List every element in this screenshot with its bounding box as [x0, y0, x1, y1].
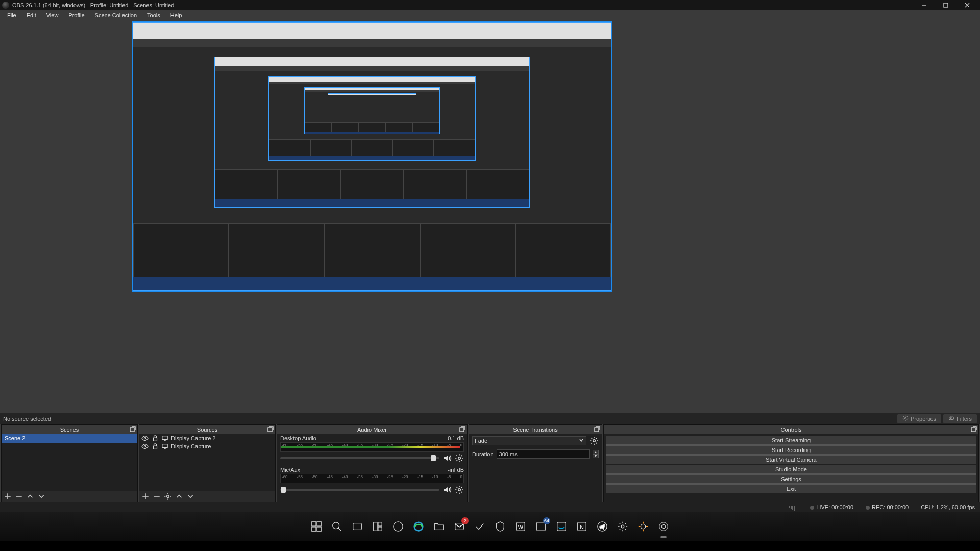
svg-rect-13 [154, 438, 157, 441]
close-button[interactable] [957, 0, 978, 10]
start-button[interactable] [308, 518, 325, 535]
popout-icon[interactable] [971, 426, 977, 432]
menu-edit[interactable]: Edit [21, 11, 41, 19]
menu-file[interactable]: File [2, 11, 21, 19]
volume-slider[interactable] [280, 457, 439, 459]
svg-point-50 [621, 525, 624, 528]
taskbar-app-obs[interactable] [655, 518, 672, 535]
display-icon [162, 435, 168, 441]
menu-tools[interactable]: Tools [142, 11, 165, 19]
menu-scene-collection[interactable]: Scene Collection [90, 11, 142, 19]
svg-rect-36 [353, 523, 362, 530]
taskbar-app-mail[interactable]: 2 [451, 518, 468, 535]
remove-source-button[interactable] [153, 492, 161, 500]
filters-button[interactable]: Filters [943, 414, 977, 423]
svg-point-4 [904, 418, 906, 419]
taskbar-app-widgets[interactable] [370, 518, 386, 535]
cpu-status: CPU: 1.2%, 60.00 fps [921, 504, 975, 510]
svg-rect-38 [378, 522, 382, 526]
transitions-header[interactable]: Scene Transitions [469, 425, 602, 434]
search-button[interactable] [329, 518, 345, 535]
svg-line-35 [338, 528, 341, 531]
popout-icon[interactable] [130, 426, 136, 432]
start-streaming-button[interactable]: Start Streaming [606, 436, 976, 445]
popout-icon[interactable] [267, 426, 274, 432]
svg-rect-27 [595, 428, 599, 432]
scene-down-button[interactable] [37, 492, 45, 500]
workspace: No source selected Properties Filters Sc… [0, 20, 980, 512]
source-up-button[interactable] [175, 492, 183, 500]
scene-up-button[interactable] [26, 492, 34, 500]
start-recording-button[interactable]: Start Recording [606, 445, 976, 455]
source-toolbar: No source selected Properties Filters [0, 413, 980, 424]
svg-rect-11 [268, 428, 272, 432]
taskbar-app-settings[interactable] [615, 518, 631, 535]
channel-name: Desktop Audio [280, 435, 316, 441]
studio-mode-button[interactable]: Studio Mode [606, 465, 976, 474]
svg-rect-7 [130, 428, 134, 432]
menu-help[interactable]: Help [165, 11, 187, 19]
channel-name: Mic/Aux [280, 467, 300, 473]
visibility-toggle[interactable] [141, 435, 149, 442]
taskview-button[interactable] [349, 518, 365, 535]
taskbar-app-word[interactable]: W [512, 518, 529, 535]
menu-view[interactable]: View [41, 11, 64, 19]
taskbar-app-commander[interactable]: 64 [533, 518, 549, 535]
remove-scene-button[interactable] [15, 492, 23, 500]
duration-spinner[interactable]: ▲▼ [593, 450, 599, 458]
preview-area[interactable] [0, 20, 980, 413]
transition-settings-button[interactable] [590, 436, 599, 445]
taskbar-app-brave[interactable] [492, 518, 508, 535]
channel-settings-button[interactable] [455, 485, 464, 494]
taskbar-app-onenote[interactable]: N [574, 518, 590, 535]
taskbar-app-amazon-music[interactable] [553, 518, 570, 535]
chevron-down-icon [579, 438, 584, 444]
visibility-toggle[interactable] [141, 443, 149, 450]
channel-settings-button[interactable] [455, 454, 464, 463]
taskbar-app-explorer[interactable] [431, 518, 447, 535]
source-settings-button[interactable] [164, 492, 172, 500]
svg-rect-14 [162, 436, 167, 440]
popout-icon[interactable] [459, 426, 465, 432]
mute-button[interactable] [443, 454, 452, 463]
add-source-button[interactable] [141, 492, 150, 500]
add-scene-button[interactable] [4, 492, 12, 500]
scenes-header[interactable]: Scenes [2, 425, 137, 434]
taskbar-app-todo[interactable] [472, 518, 488, 535]
scene-item[interactable]: Scene 2 [2, 434, 137, 443]
transition-select[interactable]: Fade [472, 436, 586, 445]
duration-input[interactable] [497, 449, 590, 459]
taskbar-app-telegram[interactable] [594, 518, 610, 535]
taskbar-app-davinci[interactable] [635, 518, 651, 535]
mixer-header[interactable]: Audio Mixer [277, 425, 467, 434]
mixer-channel: Mic/Aux-inf dB-60-55-50-45-40-35-30-25-2… [277, 466, 467, 497]
preview-canvas[interactable] [132, 21, 612, 292]
properties-button[interactable]: Properties [897, 414, 941, 423]
window-title: OBS 26.1.1 (64-bit, windows) - Profile: … [12, 2, 174, 8]
popout-icon[interactable] [594, 426, 600, 432]
maximize-button[interactable] [935, 0, 957, 10]
windows-taskbar: 2 W 64 N [0, 512, 980, 541]
svg-rect-32 [312, 527, 316, 531]
minimize-button[interactable] [914, 0, 935, 10]
svg-point-34 [333, 522, 339, 529]
sources-header[interactable]: Sources [139, 425, 275, 434]
controls-header[interactable]: Controls [604, 425, 978, 434]
start-virtual-camera-button[interactable]: Start Virtual Camera [606, 455, 976, 464]
lock-toggle[interactable] [152, 443, 159, 450]
source-down-button[interactable] [186, 492, 194, 500]
source-name: Display Capture 2 [171, 435, 273, 441]
menu-profile[interactable]: Profile [63, 11, 89, 19]
mute-button[interactable] [443, 485, 452, 494]
svg-rect-33 [317, 527, 321, 531]
taskbar-app-teams[interactable] [390, 518, 406, 535]
exit-button[interactable]: Exit [606, 484, 976, 493]
source-item[interactable]: Display Capture [139, 442, 275, 450]
taskbar-app-edge[interactable] [410, 518, 427, 535]
settings-button[interactable]: Settings [606, 474, 976, 484]
lock-toggle[interactable] [152, 435, 159, 442]
source-item[interactable]: Display Capture 2 [139, 434, 275, 442]
controls-dock: Controls Start Streaming Start Recording… [603, 424, 979, 502]
svg-rect-24 [460, 428, 464, 432]
volume-slider[interactable] [280, 489, 439, 491]
